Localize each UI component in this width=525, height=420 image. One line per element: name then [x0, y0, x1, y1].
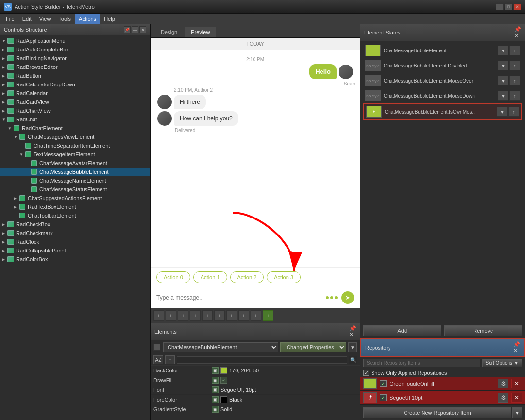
- prop-check[interactable]: ✓: [220, 377, 227, 384]
- tree-item[interactable]: ChatMessageBubbleElement: [0, 168, 150, 176]
- tree-item[interactable]: ▶RadCollapsiblePanel: [0, 246, 150, 255]
- tb-btn-1[interactable]: +: [153, 310, 164, 321]
- repo-item[interactable]: f ✓ SegoeUI 10pt ⚙ ✕: [360, 391, 525, 405]
- tree-item[interactable]: ChatToolbarElement: [0, 211, 150, 220]
- repo-item-settings-btn[interactable]: ⚙: [498, 393, 508, 403]
- tree-item[interactable]: ChatTimeSeparatorItemElement: [0, 141, 150, 150]
- chat-input-area[interactable]: ➤: [151, 287, 360, 308]
- state-dropdown-btn[interactable]: ▼: [498, 61, 508, 70]
- panel-pin-button[interactable]: 📌: [124, 26, 131, 33]
- repo-search-input[interactable]: [363, 359, 480, 367]
- expand-icon[interactable]: ▶: [2, 240, 7, 244]
- expand-icon[interactable]: ▶: [2, 222, 7, 227]
- action-button[interactable]: Action 2: [230, 271, 264, 283]
- tab-preview[interactable]: Preview: [185, 27, 216, 37]
- tree-item[interactable]: ▶RadBindingNavigator: [0, 54, 150, 63]
- repo-item-delete-btn[interactable]: ✕: [511, 393, 522, 403]
- repo-item-checkbox[interactable]: ✓: [380, 394, 387, 401]
- action-button[interactable]: Action 1: [193, 271, 227, 283]
- expand-icon[interactable]: ▼: [2, 39, 7, 43]
- tb-btn-7[interactable]: +: [226, 310, 237, 321]
- repo-item[interactable]: ✓ GreenToggleOnFill ⚙ ✕: [360, 377, 525, 391]
- tree-item[interactable]: ▼RadApplicationMenu: [0, 36, 150, 45]
- tree-item[interactable]: ▶RadTextBoxElement: [0, 202, 150, 211]
- add-state-button[interactable]: Add: [363, 325, 441, 336]
- expand-icon[interactable]: ▶: [2, 100, 7, 104]
- property-row[interactable]: GradientStyle ▣Solid: [151, 404, 360, 414]
- send-button[interactable]: ➤: [341, 291, 354, 304]
- state-dropdown-btn[interactable]: ▼: [497, 107, 508, 117]
- state-action-btn[interactable]: ↑: [509, 46, 520, 55]
- sort-options-button[interactable]: Sort Options ▼: [482, 359, 523, 367]
- tb-btn-8[interactable]: +: [238, 310, 249, 321]
- tree-item[interactable]: ▶RadCardView: [0, 98, 150, 106]
- state-action-btn[interactable]: ↑: [509, 91, 520, 101]
- tree-item[interactable]: ▶RadBrowseEditor: [0, 63, 150, 71]
- close-button[interactable]: ✕: [513, 3, 521, 10]
- show-applied-checkbox[interactable]: ✓: [363, 370, 369, 376]
- tb-btn-2[interactable]: +: [166, 310, 176, 321]
- menu-tools[interactable]: Tools: [54, 14, 75, 24]
- state-action-btn[interactable]: ↑: [509, 76, 520, 85]
- expand-icon[interactable]: ▶: [2, 74, 7, 78]
- repo-close-button[interactable]: ✕: [513, 348, 520, 354]
- states-pin-button[interactable]: 📌: [514, 26, 521, 33]
- property-row[interactable]: DrawFill ▣✓: [151, 375, 360, 385]
- tree-item[interactable]: ▼RadChatElement: [0, 124, 150, 133]
- property-row[interactable]: BackColor ▣170, 204, 50: [151, 366, 360, 375]
- expand-icon[interactable]: ▶: [2, 48, 7, 52]
- expand-icon[interactable]: ▶: [2, 109, 7, 113]
- state-row[interactable]: no style ChatMessageBubbleElement.Disabl…: [363, 58, 522, 73]
- panel-close-button[interactable]: ✕: [139, 26, 146, 33]
- tb-btn-9[interactable]: +: [251, 310, 261, 321]
- expand-icon[interactable]: ▶: [2, 231, 7, 235]
- tree-item[interactable]: ▶RadAutoCompleteBox: [0, 45, 150, 54]
- tree-item[interactable]: ChatMessageAvatarElement: [0, 159, 150, 168]
- expand-icon[interactable]: ▶: [14, 205, 18, 209]
- chat-input[interactable]: [156, 294, 322, 301]
- tb-btn-5[interactable]: +: [202, 310, 213, 321]
- action-button[interactable]: Action 3: [267, 271, 301, 283]
- tree-item[interactable]: ▶RadClock: [0, 237, 150, 246]
- remove-state-button[interactable]: Remove: [444, 325, 523, 336]
- changed-props-selector[interactable]: Changed Properties: [280, 342, 346, 352]
- tree-item[interactable]: ▼ChatMessagesViewElement: [0, 133, 150, 141]
- state-row[interactable]: + ChatMessageBubbleElement.IsOwnMes... ▼…: [363, 103, 522, 120]
- tree-item[interactable]: ▶RadCheckBox: [0, 220, 150, 229]
- expand-icon[interactable]: ▶: [2, 249, 7, 253]
- menu-help[interactable]: Help: [100, 14, 119, 24]
- tree-item[interactable]: ▶RadCalculatorDropDown: [0, 80, 150, 89]
- state-row[interactable]: + ChatMessageBubbleElement ▼ ↑: [363, 43, 522, 58]
- property-row[interactable]: Font ▣Segoe UI, 10pt: [151, 385, 360, 395]
- elem-search[interactable]: [177, 356, 347, 364]
- menu-view[interactable]: View: [35, 14, 55, 24]
- expand-icon[interactable]: ▼: [8, 126, 13, 131]
- tree-item[interactable]: ▶RadButton: [0, 71, 150, 80]
- state-dropdown-btn[interactable]: ▼: [498, 76, 508, 85]
- repo-item-checkbox[interactable]: ✓: [380, 380, 387, 387]
- state-dropdown-btn[interactable]: ▼: [498, 91, 508, 101]
- tree-item[interactable]: ▶RadCheckmark: [0, 229, 150, 237]
- expand-icon[interactable]: ▶: [2, 91, 7, 96]
- tree-item[interactable]: ▶RadChartView: [0, 106, 150, 115]
- tb-btn-3[interactable]: +: [178, 310, 188, 321]
- state-action-btn[interactable]: ↑: [509, 61, 520, 70]
- elem-filter-list[interactable]: ≡: [165, 355, 175, 364]
- panel-minimize-button[interactable]: —: [132, 26, 138, 33]
- expand-icon[interactable]: ▶: [2, 83, 7, 87]
- expand-icon[interactable]: ▼: [19, 152, 24, 157]
- tree-item[interactable]: ▼TextMessageItemElement: [0, 150, 150, 159]
- expand-icon[interactable]: ▶: [14, 196, 18, 201]
- menu-edit[interactable]: Edit: [18, 14, 35, 24]
- menu-file[interactable]: File: [2, 14, 18, 24]
- maximize-button[interactable]: □: [505, 3, 512, 10]
- minimize-button[interactable]: —: [496, 3, 504, 10]
- repo-item-delete-btn[interactable]: ✕: [511, 379, 522, 388]
- tree-item[interactable]: ChatMessageStatusElement: [0, 185, 150, 194]
- expand-icon[interactable]: ▶: [2, 56, 7, 61]
- state-dropdown-btn[interactable]: ▼: [498, 46, 508, 55]
- action-button[interactable]: Action 0: [156, 271, 190, 283]
- expand-icon[interactable]: ▼: [2, 118, 7, 122]
- repo-pin-button[interactable]: 📌: [513, 341, 520, 348]
- tab-design[interactable]: Design: [154, 27, 184, 37]
